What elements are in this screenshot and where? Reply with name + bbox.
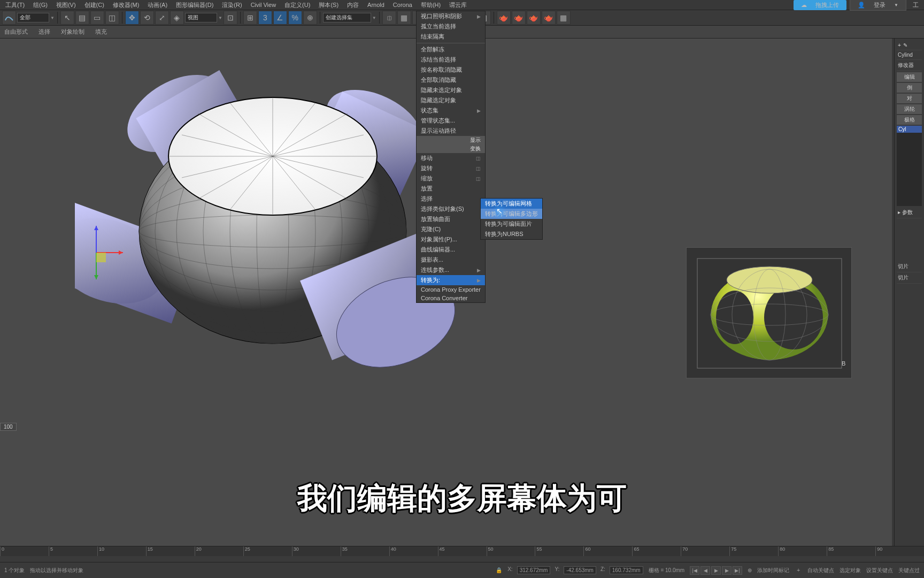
mod-btn-edit[interactable]: 编辑 bbox=[897, 72, 922, 82]
cm-move[interactable]: 移动◫ bbox=[417, 153, 485, 163]
cm-state-sets[interactable]: 状态集▶ bbox=[417, 105, 485, 116]
render-frame-button[interactable]: 🫖 bbox=[512, 11, 526, 25]
snap-button[interactable]: ⊞ bbox=[243, 11, 257, 25]
cm-to-editpoly[interactable]: 转换为可编辑多边形 bbox=[481, 209, 542, 219]
timeline-frame-knob[interactable]: 100 bbox=[0, 423, 17, 431]
menu-civilview[interactable]: Civil View bbox=[248, 2, 279, 8]
render-setup-button[interactable]: 🫖 bbox=[497, 11, 511, 25]
cm-clone[interactable]: 克隆(C) bbox=[417, 224, 485, 234]
selection-set-dropdown[interactable]: 创建选择集 bbox=[323, 13, 371, 22]
next-frame-button[interactable]: ▶ bbox=[722, 566, 732, 575]
menu-arnold[interactable]: Arnold bbox=[364, 2, 388, 8]
menu-cloud[interactable]: 谓云库 bbox=[446, 1, 470, 9]
mod-btn-bevel[interactable]: 倒 bbox=[897, 83, 922, 93]
mod-btn-lattice[interactable]: 极格 bbox=[897, 115, 922, 125]
menu-create[interactable]: 创建(C) bbox=[81, 1, 107, 9]
cm-isolate[interactable]: 孤立当前选择 bbox=[417, 21, 485, 32]
selection-filter-dropdown[interactable]: 全部 bbox=[17, 13, 49, 22]
render-iter-button[interactable]: ▦ bbox=[557, 11, 571, 25]
play-button[interactable]: ▶ bbox=[711, 566, 721, 575]
coord-y[interactable]: -42.653mm bbox=[564, 566, 596, 574]
menu-groups[interactable]: 组(G) bbox=[30, 1, 51, 9]
spinner-snap-button[interactable]: ⊕ bbox=[303, 11, 317, 25]
key-filter-button[interactable]: 关键点过 bbox=[898, 567, 920, 574]
cm-corona-converter[interactable]: Corona Converter bbox=[417, 294, 485, 302]
upload-button[interactable]: ☁拖拽上传 bbox=[794, 0, 846, 10]
cm-place-pivot[interactable]: 放置轴曲面 bbox=[417, 214, 485, 224]
cm-corona-proxy[interactable]: Corona Proxy Exporter bbox=[417, 285, 485, 294]
cm-obj-props[interactable]: 对象属性(P)... bbox=[417, 234, 485, 245]
mod-btn-sym[interactable]: 对 bbox=[897, 94, 922, 103]
cm-end-isolate[interactable]: 结束隔离 bbox=[417, 32, 485, 42]
mirror-button[interactable]: ⎅ bbox=[382, 11, 396, 25]
menu-corona[interactable]: Corona bbox=[390, 2, 415, 8]
logo-icon[interactable] bbox=[2, 11, 16, 25]
cm-scale[interactable]: 缩放◫ bbox=[417, 173, 485, 184]
login-button[interactable]: 👤登录▼ bbox=[850, 0, 906, 11]
modifier-stack[interactable]: Cyl bbox=[897, 126, 922, 206]
cm-select-similar[interactable]: 选择类似对象(S) bbox=[417, 204, 485, 214]
cm-place[interactable]: 放置 bbox=[417, 184, 485, 194]
object-name[interactable]: Cylind bbox=[897, 50, 922, 60]
menu-graph-editor[interactable]: 图形编辑器(D) bbox=[173, 1, 217, 9]
setkey-button[interactable]: 设置关键点 bbox=[866, 567, 893, 574]
cm-dope-sheet[interactable]: 摄影表... bbox=[417, 255, 485, 265]
menu-modifiers[interactable]: 修改器(M) bbox=[110, 1, 143, 9]
cm-hide-unsel[interactable]: 隐藏未选定对象 bbox=[417, 85, 485, 95]
plus-key-button[interactable]: + bbox=[795, 567, 802, 573]
window-crossing-button[interactable]: ◫ bbox=[105, 11, 119, 25]
cm-unhide-byname[interactable]: 按名称取消隐藏 bbox=[417, 65, 485, 75]
menu-content[interactable]: 内容 bbox=[344, 1, 362, 9]
goto-start-button[interactable]: |◀ bbox=[690, 566, 699, 575]
cm-select[interactable]: 选择 bbox=[417, 194, 485, 204]
timeline[interactable]: 0 5 10 15 20 25 30 35 40 45 50 55 60 65 … bbox=[0, 546, 924, 562]
marker-icon[interactable]: ⊕ bbox=[748, 567, 752, 573]
ribbon-tab-objpaint[interactable]: 对象绘制 bbox=[61, 28, 84, 36]
ref-coord-dropdown[interactable]: 视图 bbox=[185, 13, 217, 22]
cm-unfreeze-all[interactable]: 全部解冻 bbox=[417, 44, 485, 55]
params-rollout[interactable]: ▸ 参数 bbox=[897, 207, 922, 218]
cm-rotate[interactable]: 旋转◫ bbox=[417, 163, 485, 173]
menu-tools[interactable]: 工具(T) bbox=[2, 1, 28, 9]
render-button[interactable]: 🫖 bbox=[527, 11, 541, 25]
menu-customize[interactable]: 自定义(U) bbox=[281, 1, 313, 9]
ribbon-tab-fill[interactable]: 填充 bbox=[95, 28, 107, 36]
cm-manage-state[interactable]: 管理状态集... bbox=[417, 116, 485, 126]
coord-z[interactable]: 160.732mm bbox=[610, 566, 643, 574]
coord-x[interactable]: 312.672mm bbox=[517, 566, 551, 574]
cm-convert-to[interactable]: 转换为:▶ bbox=[417, 275, 485, 285]
add-marker-label[interactable]: 添加时间标记 bbox=[757, 567, 789, 574]
menu-render[interactable]: 渲染(R) bbox=[219, 1, 245, 9]
cm-show-motion[interactable]: 显示运动路径 bbox=[417, 126, 485, 136]
align-button[interactable]: ▦ bbox=[397, 11, 411, 25]
cm-hide-sel[interactable]: 隐藏选定对象 bbox=[417, 95, 485, 105]
cm-to-editpatch[interactable]: 转换为可编辑面片 bbox=[481, 219, 542, 229]
render-prod-button[interactable]: 🫖 bbox=[542, 11, 556, 25]
select-by-name-button[interactable]: ▤ bbox=[75, 11, 89, 25]
mod-btn-turbo[interactable]: 涡轮 bbox=[897, 104, 922, 114]
percent-snap-button[interactable]: % bbox=[288, 11, 302, 25]
cm-curve-editor[interactable]: 曲线编辑器... bbox=[417, 245, 485, 255]
plus-icon[interactable]: + bbox=[898, 42, 901, 48]
cm-to-nurbs[interactable]: 转换为NURBS bbox=[481, 229, 542, 239]
autokey-button[interactable]: 自动关键点 bbox=[807, 567, 834, 574]
goto-end-button[interactable]: ▶| bbox=[733, 566, 742, 575]
modify-tab-icon[interactable]: ✎ bbox=[903, 42, 907, 48]
scale-button[interactable]: ⤢ bbox=[155, 11, 169, 25]
lock-icon[interactable]: 🔒 bbox=[496, 567, 502, 573]
cm-viewport-lighting[interactable]: 视口照明和阴影▶ bbox=[417, 11, 485, 21]
ribbon-tab-select[interactable]: 选择 bbox=[38, 28, 50, 36]
rotate-button[interactable]: ⟲ bbox=[140, 11, 154, 25]
menu-animation[interactable]: 动画(A) bbox=[144, 1, 171, 9]
workspace-label[interactable]: 工 bbox=[910, 1, 922, 9]
select-region-button[interactable]: ▭ bbox=[90, 11, 104, 25]
cm-to-editmesh[interactable]: 转换为可编辑网格 bbox=[481, 199, 542, 209]
cm-wire-params[interactable]: 连线参数...▶ bbox=[417, 265, 485, 275]
menu-script[interactable]: 脚本(S) bbox=[315, 1, 342, 9]
place-button[interactable]: ◈ bbox=[170, 11, 184, 25]
snap-3d-button[interactable]: 3 bbox=[258, 11, 272, 25]
selected-obj-label[interactable]: 选定对象 bbox=[840, 567, 861, 574]
menu-help[interactable]: 帮助(H) bbox=[418, 1, 444, 9]
menu-view[interactable]: 视图(V) bbox=[53, 1, 79, 9]
ribbon-tab-freeform[interactable]: 自由形式 bbox=[4, 28, 28, 36]
